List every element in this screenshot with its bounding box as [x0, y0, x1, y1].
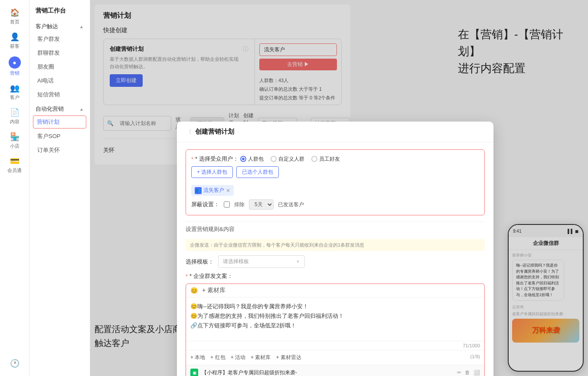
chevron-down-icon: ▲: [79, 107, 84, 112]
content-section: * * 企业群发文案： 😊 + 素材库 😊嗨--还记得我吗？我是你的专属营养师小…: [186, 272, 485, 376]
chevron-down-icon: ▼: [296, 259, 300, 264]
exclude-checkbox[interactable]: [224, 201, 230, 208]
editor-footer: 71/1000: [186, 341, 484, 350]
sent-customer-label: 已发送客户: [278, 201, 304, 208]
nav-section-automation[interactable]: 自动化营销 ▲: [29, 102, 90, 115]
audience-actions: + 选择人群包 已选个人群包: [191, 166, 479, 178]
nav-panel: 营销工作台 客户触达 ▲ 客户群发 群聊群发 朋友圈 AI电话 短信营销 自动化…: [29, 0, 90, 376]
broadcast-notice: 企微发送：由于企业微信官方限制，每个客户每天只能收到来自企业的1条群发消息: [186, 239, 485, 251]
marketing-icon: ●: [9, 56, 21, 69]
content-label: * * 企业群发文案：: [186, 272, 485, 280]
template-label: 选择模板：: [186, 258, 214, 266]
history-icon: 🕐: [10, 359, 20, 368]
content-line2: 😊为了感谢您的支持，我们特别推出了老客户回归福利活动！: [190, 311, 480, 321]
add-material-radar-btn[interactable]: + 素材雷达: [276, 354, 301, 361]
mini-app-actions: ✏ 🗑 ⬜: [457, 369, 480, 376]
template-row: 选择模板： 请选择模板 ▼: [186, 255, 485, 268]
mini-app-icon: ▣: [190, 369, 198, 376]
mini-app-label: 【小程序】老客户专属回归超级折扣来袭-: [202, 369, 297, 376]
content-icon: 📄: [10, 108, 20, 117]
template-select[interactable]: 请选择模板 ▼: [218, 255, 305, 268]
content-line1: 😊嗨--还记得我吗？我是你的专属营养师小安！: [190, 302, 480, 311]
exclude-label: 排除: [234, 201, 245, 208]
sidebar-label-marketing: 营销: [10, 70, 20, 76]
modal-title: 创建营销计划: [195, 128, 234, 136]
back-icon[interactable]: 〈: [186, 128, 192, 136]
nav-section-customer-label: 客户触达: [36, 23, 58, 30]
add-material-btn[interactable]: + 素材库: [251, 354, 271, 361]
sidebar-label-shop: 小店: [10, 143, 20, 149]
view-icon[interactable]: ⬜: [474, 369, 480, 376]
acquire-icon: 👤: [10, 32, 20, 42]
radio-staff-option[interactable]: 员工好友: [311, 155, 340, 163]
content-line3: 🔗点下方链接即可参与，全场低至2折哦！: [190, 321, 480, 330]
nav-section-automation-label: 自动化营销: [36, 105, 64, 113]
sidebar-item-marketing-plan[interactable]: 营销计划: [33, 115, 86, 129]
filter-row: 屏蔽设置： 排除 5天 已发送客户: [191, 199, 479, 210]
page-count: (1/9): [470, 354, 480, 361]
tag-icon: 👥: [195, 187, 202, 194]
sidebar-label-member: 会员通: [7, 167, 22, 174]
sidebar-item-order-care[interactable]: 订单关怀: [29, 143, 90, 157]
shop-icon: 🏪: [10, 132, 20, 142]
sidebar-item-shop[interactable]: 🏪 小店: [0, 129, 29, 153]
chevron-up-icon: ▲: [79, 24, 84, 29]
edit-icon[interactable]: ✏: [457, 369, 461, 376]
sidebar-item-customer[interactable]: 👥 客户: [0, 80, 29, 104]
sidebar-item-member[interactable]: 💳 会员通: [0, 153, 29, 177]
sidebar-label-home: 首页: [10, 19, 20, 25]
delete-icon[interactable]: 🗑: [465, 369, 470, 376]
sidebar-item-group-chat[interactable]: 群聊群发: [29, 46, 90, 60]
sidebar-item-ai-call[interactable]: AI电话: [29, 74, 90, 88]
sidebar-item-moments[interactable]: 朋友圈: [29, 60, 90, 74]
radio-group-option[interactable]: 人群包: [240, 155, 264, 163]
sidebar-item-history[interactable]: 🕐: [0, 355, 29, 372]
emoji-icon[interactable]: 😊: [190, 287, 198, 294]
customer-icon: 👥: [10, 83, 20, 93]
mini-app-row: ▣ 【小程序】老客户专属回归超级折扣来袭- ✏ 🗑 ⬜: [186, 365, 484, 376]
filter-label: 屏蔽设置：: [191, 201, 219, 208]
add-local-btn[interactable]: + 本地: [190, 354, 205, 361]
audience-tag-container: 👥 流失客户 ✕: [191, 181, 479, 196]
rules-section-title: 设置营销规则&内容: [186, 221, 485, 233]
home-icon: 🏠: [10, 8, 20, 17]
material-btn[interactable]: + 素材库: [202, 287, 225, 294]
required-star: *: [191, 156, 193, 162]
editor-content[interactable]: 😊嗨--还记得我吗？我是你的专属营养师小安！ 😊为了感谢您的支持，我们特别推出了…: [186, 297, 484, 341]
sidebar-item-group-send[interactable]: 客户群发: [29, 32, 90, 46]
radio-custom-option[interactable]: 自定义人群: [271, 155, 304, 163]
modal-body: * * 选择受众用户： 人群包 自定义人群: [177, 142, 493, 376]
content-editor: 😊 + 素材库 😊嗨--还记得我吗？我是你的专属营养师小安！ 😊为了感谢您的支持…: [186, 284, 485, 376]
create-group-btn[interactable]: 已选个人群包: [236, 166, 279, 178]
radio-group: 人群包 自定义人群 员工好友: [240, 155, 340, 163]
member-icon: 💳: [10, 156, 20, 166]
create-campaign-modal: 〈 创建营销计划 * * 选择受众用户： 人群包: [177, 122, 493, 376]
audience-tag: 👥 流失客户 ✕: [191, 185, 234, 196]
sidebar-item-content[interactable]: 📄 内容: [0, 104, 29, 129]
editor-actions: + 本地 + 红包 + 活动 + 素材库 + 素材雷达 (1/9): [186, 350, 484, 365]
editor-toolbar: 😊 + 素材库: [186, 284, 484, 297]
sidebar-label-acquire: 获客: [10, 43, 20, 49]
sidebar-label-customer: 客户: [10, 94, 20, 101]
sidebar-item-sms[interactable]: 短信营销: [29, 88, 90, 102]
modal-header: 〈 创建营销计划: [177, 122, 493, 142]
required-star2: *: [186, 273, 188, 280]
sidebar-item-home[interactable]: 🏠 首页: [0, 4, 29, 29]
mini-app-info: ▣ 【小程序】老客户专属回归超级折扣来袭-: [190, 369, 297, 376]
audience-label: * * 选择受众用户： 人群包 自定义人群: [191, 155, 479, 163]
nav-section-customer[interactable]: 客户触达 ▲: [29, 19, 90, 32]
tag-remove-btn[interactable]: ✕: [226, 188, 230, 194]
sidebar-item-acquire[interactable]: 👤 获客: [0, 29, 29, 53]
radio-dot-staff: [311, 156, 317, 162]
days-select[interactable]: 5天: [249, 199, 274, 210]
sidebar-item-marketing[interactable]: ● 营销: [0, 53, 29, 80]
radio-dot-custom: [271, 156, 277, 162]
sidebar-item-customer-sop[interactable]: 客户SOP: [29, 129, 90, 143]
radio-dot-group: [240, 156, 246, 162]
select-group-btn[interactable]: + 选择人群包: [191, 166, 233, 178]
add-redpacket-btn[interactable]: + 红包: [210, 354, 225, 361]
audience-section: * * 选择受众用户： 人群包 自定义人群: [186, 149, 485, 215]
add-activity-btn[interactable]: + 活动: [231, 354, 245, 361]
sidebar: 🏠 首页 👤 获客 ● 营销 👥 客户 📄 内容 🏪 小店 💳 会员通 🕐: [0, 0, 29, 376]
sidebar-label-content: 内容: [10, 119, 20, 125]
